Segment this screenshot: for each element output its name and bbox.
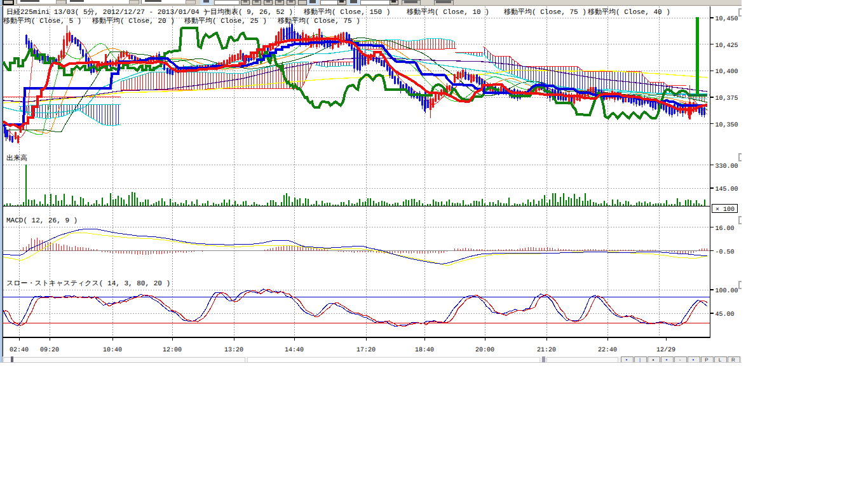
svg-text:13:20: 13:20	[224, 347, 243, 354]
svg-text:22:40: 22:40	[598, 347, 617, 354]
svg-text:一目均衡表( 9, 26, 52 ): 一目均衡表( 9, 26, 52 )	[203, 8, 293, 17]
svg-text:17:20: 17:20	[356, 347, 376, 354]
svg-text:移動平均( Close, 40 ): 移動平均( Close, 40 )	[588, 8, 670, 17]
svg-text:12:00: 12:00	[163, 347, 182, 354]
svg-text:移動平均( Close, 25 ): 移動平均( Close, 25 )	[184, 17, 267, 25]
svg-text:02:40: 02:40	[10, 347, 29, 354]
svg-text:18:40: 18:40	[415, 347, 434, 354]
svg-text:移動平均( Close, 20 ): 移動平均( Close, 20 )	[92, 17, 175, 25]
svg-text:移動平均( Close, 75 ): 移動平均( Close, 75 )	[278, 17, 360, 25]
svg-text:日経225mini 13/03( 5分, 2012/12/2: 日経225mini 13/03( 5分, 2012/12/27 - 2013/0…	[6, 8, 208, 17]
svg-text:100.00: 100.00	[715, 288, 738, 295]
svg-text:|: |	[639, 357, 641, 363]
svg-text:145.00: 145.00	[715, 186, 738, 193]
svg-text:移動平均( Close, 5 ): 移動平均( Close, 5 )	[3, 17, 81, 25]
svg-text:•: •	[666, 357, 668, 363]
svg-text:MACD( 12, 26, 9 ): MACD( 12, 26, 9 )	[6, 217, 78, 225]
svg-text:移動平均( Close, 150 ): 移動平均( Close, 150 )	[304, 8, 390, 17]
svg-text:スロー・ストキャスティクス( 14, 3, 80, 20 ): スロー・ストキャスティクス( 14, 3, 80, 20 )	[6, 280, 170, 288]
svg-text:10,425: 10,425	[715, 43, 738, 50]
svg-text:•: •	[693, 357, 695, 363]
svg-text:L: L	[719, 357, 722, 363]
svg-text:R: R	[731, 357, 735, 363]
svg-text:330.00: 330.00	[715, 163, 738, 170]
svg-text:出来高: 出来高	[6, 154, 27, 163]
svg-text:× 100: × 100	[715, 207, 735, 214]
svg-text:12/29: 12/29	[656, 346, 675, 354]
svg-text:移動平均( Close, 75 ): 移動平均( Close, 75 )	[504, 8, 587, 17]
svg-text:▪: ▪	[653, 357, 654, 363]
svg-text:10,350: 10,350	[715, 122, 738, 129]
svg-text:10,375: 10,375	[715, 95, 738, 102]
svg-text:16.00: 16.00	[715, 226, 735, 233]
svg-text:14:40: 14:40	[285, 347, 304, 354]
svg-text:P: P	[705, 357, 708, 363]
svg-text:•: •	[626, 357, 628, 363]
svg-text:10,450: 10,450	[715, 16, 738, 23]
svg-text:-: -	[679, 357, 681, 363]
svg-text:09:20: 09:20	[40, 347, 59, 354]
svg-text:45.00: 45.00	[715, 311, 735, 318]
svg-text:移動平均( Close, 10 ): 移動平均( Close, 10 )	[407, 8, 489, 17]
svg-text:10,400: 10,400	[715, 69, 738, 76]
svg-text:21:20: 21:20	[537, 347, 556, 354]
svg-text:10:40: 10:40	[103, 347, 122, 354]
svg-text:20:00: 20:00	[475, 347, 494, 354]
svg-text:-0.50: -0.50	[715, 249, 735, 256]
